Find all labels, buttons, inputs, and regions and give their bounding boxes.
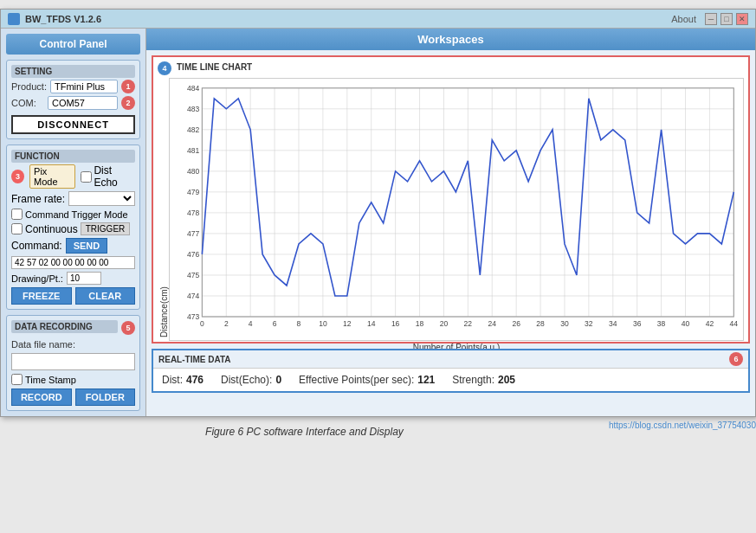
product-value: TFmini Plus bbox=[50, 80, 118, 93]
product-badge: 1 bbox=[121, 80, 135, 93]
title-bar-left: BW_TFDS V1.2.6 bbox=[8, 13, 101, 25]
data-recording-header: DATA RECORDING 5 bbox=[11, 320, 135, 335]
record-button[interactable]: RECORD bbox=[11, 389, 72, 406]
svg-text:12: 12 bbox=[343, 319, 352, 328]
svg-text:34: 34 bbox=[609, 319, 617, 328]
setting-section: SETTING Product: TFmini Plus 1 COM: COM5… bbox=[6, 60, 140, 139]
realtime-section: REAL-TIME DATA 6 Dist: 476 Dist(Echo): 0… bbox=[152, 349, 750, 393]
dist-echo-checkbox[interactable] bbox=[81, 171, 92, 183]
data-recording-label: DATA RECORDING bbox=[11, 320, 118, 333]
chart-plot: 4734744754764774784794804814824834840246… bbox=[169, 78, 744, 341]
svg-text:480: 480 bbox=[187, 167, 199, 176]
svg-text:0: 0 bbox=[200, 319, 204, 328]
clear-button[interactable]: CLEAR bbox=[75, 287, 136, 305]
svg-text:36: 36 bbox=[633, 319, 642, 328]
svg-text:477: 477 bbox=[187, 229, 199, 238]
drawing-label: Drawing/Pt.: bbox=[11, 273, 63, 284]
folder-button[interactable]: FOLDER bbox=[75, 389, 136, 406]
realtime-label: REAL-TIME DATA bbox=[158, 355, 231, 364]
mode-row: 3 Pix Mode Dist Echo bbox=[11, 164, 135, 189]
left-panel: Control Panel SETTING Product: TFmini Pl… bbox=[1, 29, 146, 416]
app-icon bbox=[8, 13, 20, 25]
watermark: https://blog.csdn.net/weixin_37754030 bbox=[609, 421, 756, 441]
badge-6: 6 bbox=[729, 352, 743, 366]
continuous-checkbox[interactable] bbox=[11, 223, 23, 234]
svg-text:10: 10 bbox=[319, 319, 327, 328]
data-file-input[interactable] bbox=[11, 353, 135, 370]
svg-text:44: 44 bbox=[730, 319, 739, 328]
action-buttons: FREEZE CLEAR bbox=[11, 287, 135, 305]
dist-echo-rt-value: 0 bbox=[275, 374, 281, 386]
command-label: Command: bbox=[11, 240, 62, 252]
pix-mode-badge: 3 bbox=[11, 170, 24, 183]
svg-text:14: 14 bbox=[367, 319, 376, 328]
title-bar: BW_TFDS V1.2.6 About ─ □ ✕ bbox=[1, 10, 755, 29]
svg-text:38: 38 bbox=[657, 319, 666, 328]
dist-echo-rt-label: Dist(Echo): bbox=[221, 374, 272, 386]
svg-text:42: 42 bbox=[706, 319, 714, 328]
command-row: Command: SEND bbox=[11, 238, 135, 254]
maximize-button[interactable]: □ bbox=[720, 13, 733, 25]
title-bar-right: About ─ □ ✕ bbox=[671, 13, 748, 25]
function-section: FUNCTION 3 Pix Mode Dist Echo Frame rate… bbox=[6, 144, 140, 310]
timestamp-row: Time Stamp bbox=[11, 374, 135, 385]
command-trigger-label: Command Trigger Mode bbox=[25, 209, 128, 220]
svg-text:474: 474 bbox=[187, 292, 199, 300]
drawing-input[interactable] bbox=[67, 272, 101, 285]
strength-item: Strength: 205 bbox=[452, 374, 515, 386]
disconnect-button[interactable]: DISCONNECT bbox=[11, 115, 135, 134]
product-row: Product: TFmini Plus 1 bbox=[11, 80, 135, 93]
svg-text:8: 8 bbox=[297, 319, 301, 328]
com-row: COM: COM57 2 bbox=[11, 96, 135, 110]
svg-text:20: 20 bbox=[440, 319, 449, 328]
trigger-button[interactable]: TRIGGER bbox=[81, 222, 131, 235]
pix-mode-label[interactable]: Pix Mode bbox=[29, 164, 75, 189]
svg-text:484: 484 bbox=[187, 84, 199, 93]
figure-caption: Figure 6 PC software Interface and Displ… bbox=[0, 426, 609, 441]
svg-text:32: 32 bbox=[585, 319, 593, 328]
badge-4: 4 bbox=[158, 61, 171, 75]
command-trigger-checkbox[interactable] bbox=[11, 209, 23, 220]
svg-text:28: 28 bbox=[536, 319, 545, 328]
dist-echo-option: Dist Echo bbox=[81, 164, 135, 189]
y-axis-label: Distance(cm) bbox=[158, 78, 169, 337]
product-label: Product: bbox=[11, 81, 47, 92]
effective-points-label: Effective Points(per sec): bbox=[299, 374, 414, 386]
title-bar-title: BW_TFDS V1.2.6 bbox=[25, 14, 101, 24]
svg-text:22: 22 bbox=[464, 319, 473, 328]
dist-echo-item: Dist(Echo): 0 bbox=[221, 374, 281, 386]
com-badge: 2 bbox=[121, 96, 135, 110]
minimize-button[interactable]: ─ bbox=[705, 13, 717, 25]
dist-value: 476 bbox=[186, 374, 204, 386]
chart-svg: 4734744754764774784794804814824834840246… bbox=[170, 79, 743, 340]
svg-text:30: 30 bbox=[560, 319, 569, 328]
svg-text:479: 479 bbox=[187, 188, 199, 196]
svg-text:475: 475 bbox=[187, 271, 199, 279]
freeze-button[interactable]: FREEZE bbox=[11, 287, 72, 305]
command-input[interactable] bbox=[11, 256, 135, 269]
svg-text:483: 483 bbox=[187, 105, 199, 113]
strength-value: 205 bbox=[498, 374, 515, 386]
window-controls: ─ □ ✕ bbox=[705, 13, 748, 25]
send-button[interactable]: SEND bbox=[66, 238, 108, 254]
effective-points-item: Effective Points(per sec): 121 bbox=[299, 374, 435, 386]
svg-text:473: 473 bbox=[187, 312, 199, 321]
chart-container: Distance(cm) 473474475476477478479480481… bbox=[158, 78, 744, 337]
close-button[interactable]: ✕ bbox=[736, 13, 748, 25]
svg-text:26: 26 bbox=[512, 319, 520, 328]
dist-label: Dist: bbox=[162, 374, 183, 386]
about-link[interactable]: About bbox=[671, 14, 696, 24]
trigger-row: Continuous TRIGGER bbox=[11, 222, 135, 235]
chart-section: 4 TIME LINE CHART Distance(cm) 473474475… bbox=[152, 55, 750, 344]
drawing-row: Drawing/Pt.: bbox=[11, 272, 135, 285]
content-area: Control Panel SETTING Product: TFmini Pl… bbox=[1, 29, 755, 416]
data-recording-badge: 5 bbox=[121, 321, 135, 335]
svg-text:18: 18 bbox=[416, 319, 424, 328]
main-window: BW_TFDS V1.2.6 About ─ □ ✕ Control Panel… bbox=[0, 9, 756, 417]
com-value: COM57 bbox=[48, 96, 118, 110]
svg-text:482: 482 bbox=[187, 125, 199, 134]
timestamp-checkbox[interactable] bbox=[11, 374, 23, 385]
svg-text:478: 478 bbox=[187, 209, 199, 217]
record-buttons: RECORD FOLDER bbox=[11, 389, 135, 406]
frame-rate-select[interactable] bbox=[68, 191, 135, 206]
